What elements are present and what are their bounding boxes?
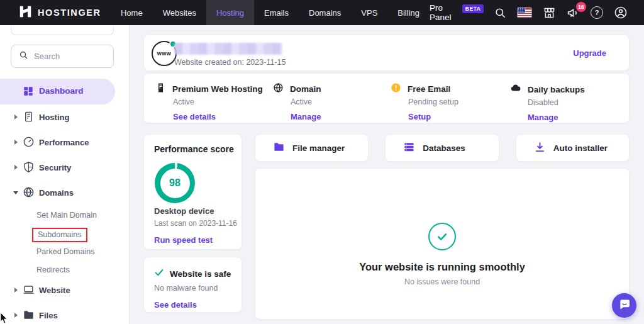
sub-item-label: Redirects (36, 265, 70, 274)
website-selector-partial[interactable] (11, 27, 114, 35)
megaphone-icon[interactable]: 16 (567, 6, 580, 20)
setup-link[interactable]: Setup (408, 112, 458, 121)
sidebar-item-website[interactable]: Website (0, 282, 126, 298)
health-subtitle: No issues were found (404, 277, 480, 286)
help-icon[interactable]: ? (591, 6, 603, 19)
nav-vps[interactable]: VPS (351, 0, 387, 25)
sidebar-search[interactable] (11, 45, 114, 68)
sidebar-item-label: Files (39, 311, 58, 320)
website-health-card: Your website is running smoothly No issu… (255, 168, 630, 320)
beta-badge: BETA (462, 4, 484, 13)
globe-icon (23, 186, 35, 201)
performance-score-gauge: 98 (155, 163, 195, 203)
top-navigation: HOSTINGER Home Websites Hosting Emails D… (0, 0, 644, 25)
search-icon[interactable] (494, 7, 506, 19)
see-details-link[interactable]: See details (154, 300, 242, 310)
chevron-right-icon (14, 288, 18, 293)
chevron-right-icon (14, 140, 18, 145)
chevron-right-icon (14, 165, 18, 170)
database-icon (403, 141, 415, 155)
nav-hosting[interactable]: Hosting (206, 0, 254, 25)
auto-installer-button[interactable]: Auto installer (516, 134, 630, 162)
performance-score-card: Performance score 98 Desktop device Last… (143, 134, 242, 250)
nav-websites[interactable]: Websites (153, 0, 206, 25)
sub-item-label: Set Main Domain (36, 211, 97, 220)
pro-panel-label: Pro Panel (430, 3, 458, 22)
nav-home[interactable]: Home (111, 0, 153, 25)
performance-last-scan: Last scan on 2023-11-16 (154, 219, 237, 228)
website-created-text: Website created on: 2023-11-15 (174, 58, 286, 67)
safety-title: Website is safe (170, 269, 231, 279)
store-icon[interactable] (543, 6, 556, 20)
service-title: Free Email (408, 84, 450, 94)
sidebar-item-domains[interactable]: Domains (0, 184, 126, 201)
search-icon (19, 50, 28, 62)
laptop-icon (23, 284, 35, 298)
hostinger-logo[interactable]: HOSTINGER (0, 0, 97, 25)
safety-subtitle: No malware found (154, 284, 242, 293)
service-status: Active (173, 98, 263, 106)
sidebar-item-dashboard[interactable]: Dashboard (0, 79, 115, 104)
performance-device: Desktop device (154, 206, 214, 216)
nav-right-cluster: Pro Panel BETA 16 ? (430, 0, 644, 25)
primary-nav: Home Websites Hosting Emails Domains VPS… (111, 0, 430, 25)
service-status: Disabled (528, 98, 585, 107)
service-status: Active (291, 98, 321, 106)
website-safety-card: Website is safe No malware found See det… (143, 257, 242, 313)
mouse-cursor (0, 313, 9, 324)
search-input[interactable] (34, 52, 106, 61)
see-details-link[interactable]: See details (173, 112, 263, 121)
quick-action-label: Auto installer (553, 143, 608, 153)
pro-panel-link[interactable]: Pro Panel BETA (430, 3, 484, 22)
sidebar-item-label: Website (39, 286, 70, 295)
sidebar-item-set-main-domain[interactable]: Set Main Domain (0, 208, 126, 223)
manage-link[interactable]: Manage (291, 112, 321, 121)
folder-icon (273, 141, 285, 155)
sidebar-item-redirects[interactable]: Redirects (0, 262, 126, 277)
databases-button[interactable]: Databases (385, 134, 499, 162)
services-status-card: Premium Web Hosting Active See details D… (143, 73, 630, 123)
server-tower-icon (155, 82, 166, 96)
sidebar-item-label: Security (39, 163, 71, 172)
chevron-right-icon (14, 313, 18, 318)
check-icon (154, 267, 164, 280)
manage-link[interactable]: Manage (528, 113, 585, 122)
shield-icon (23, 161, 35, 176)
hostinger-logo-icon (19, 5, 32, 21)
cloud-icon (510, 82, 521, 96)
sidebar-item-subdomains[interactable]: Subdomains (0, 226, 126, 241)
dashboard-icon (23, 86, 34, 99)
folder-icon (23, 309, 35, 323)
run-speed-test-link[interactable]: Run speed test (154, 235, 213, 245)
chat-widget-button[interactable] (612, 293, 636, 318)
file-manager-button[interactable]: File manager (255, 134, 369, 162)
performance-score-value: 98 (160, 169, 190, 198)
sidebar-item-label: Performance (39, 138, 89, 147)
sidebar-item-hosting[interactable]: Hosting (0, 109, 126, 125)
nav-billing[interactable]: Billing (387, 0, 430, 25)
website-header-card: www Website created on: 2023-11-15 Upgra… (143, 35, 630, 71)
speedometer-icon (23, 136, 35, 150)
upgrade-link[interactable]: Upgrade (573, 48, 606, 58)
language-flag-us[interactable] (517, 7, 532, 18)
nav-domains[interactable]: Domains (299, 0, 351, 25)
brand-name: HOSTINGER (38, 8, 101, 18)
service-free-email: Free Email Pending setup Setup (391, 82, 458, 121)
check-circle-icon (428, 223, 456, 250)
service-title: Premium Web Hosting (172, 84, 263, 94)
sidebar-item-label: Domains (39, 188, 74, 198)
notification-badge: 16 (576, 2, 586, 12)
sidebar-item-performance[interactable]: Performance (0, 134, 126, 150)
download-icon (534, 141, 546, 155)
sidebar-item-parked-domains[interactable]: Parked Domains (0, 244, 126, 259)
account-icon[interactable] (614, 6, 628, 20)
sidebar: Dashboard Hosting Performance Secur (0, 25, 130, 324)
sidebar-item-files[interactable]: Files (0, 307, 126, 323)
chat-icon (618, 298, 631, 313)
sidebar-item-security[interactable]: Security (0, 159, 126, 176)
chevron-down-icon (13, 191, 18, 194)
performance-title: Performance score (154, 144, 242, 154)
sub-item-label: Parked Domains (36, 247, 94, 256)
website-avatar: www (152, 41, 177, 66)
nav-emails[interactable]: Emails (254, 0, 299, 25)
